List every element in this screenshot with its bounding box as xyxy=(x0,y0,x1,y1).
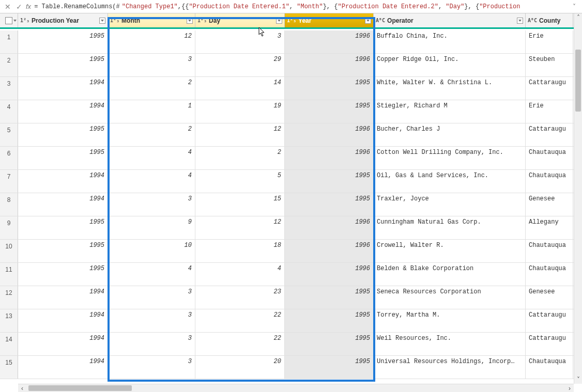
vertical-scrollbar[interactable]: ˄ ˅ xyxy=(574,13,582,384)
cell-county[interactable]: Genesee xyxy=(526,193,573,216)
table-row[interactable]: 10199510181996Crowell, Walter R.Chautauq… xyxy=(0,240,574,263)
cell-production-year[interactable]: 1994 xyxy=(18,333,108,355)
row-number[interactable]: 11 xyxy=(0,263,18,286)
cell-production-year[interactable]: 1994 xyxy=(18,77,108,100)
cell-production-year[interactable]: 1994 xyxy=(18,309,108,332)
cell-year[interactable]: 1995 xyxy=(285,309,374,332)
cell-month[interactable]: 3 xyxy=(108,54,195,76)
cell-month[interactable]: 3 xyxy=(108,356,195,379)
filter-dropdown-icon[interactable] xyxy=(187,18,193,24)
cell-production-year[interactable]: 1994 xyxy=(18,100,108,123)
cell-month[interactable]: 3 xyxy=(108,193,195,216)
cell-day[interactable]: 4 xyxy=(195,263,285,286)
cell-day[interactable]: 3 xyxy=(195,30,285,53)
row-number[interactable]: 8 xyxy=(0,193,18,216)
cell-operator[interactable]: Seneca Resources Corporation xyxy=(374,286,526,309)
cell-day[interactable]: 18 xyxy=(195,240,285,262)
cell-operator[interactable]: Stiegler, Richard M xyxy=(374,100,526,123)
row-number[interactable]: 3 xyxy=(0,77,18,100)
column-header-county[interactable]: AᴮC County xyxy=(526,13,573,27)
cell-year[interactable]: 1995 xyxy=(285,286,374,309)
cell-year[interactable]: 1996 xyxy=(285,54,374,76)
cell-production-year[interactable]: 1995 xyxy=(18,147,108,169)
cell-operator[interactable]: Oil, Gas & Land Services, Inc. xyxy=(374,170,526,193)
cell-month[interactable]: 3 xyxy=(108,286,195,309)
cell-day[interactable]: 5 xyxy=(195,170,285,193)
accept-formula-button[interactable]: ✓ xyxy=(13,1,25,12)
cell-production-year[interactable]: 1995 xyxy=(18,30,108,53)
cell-operator[interactable]: Cunningham Natural Gas Corp. xyxy=(374,216,526,239)
cell-county[interactable]: Cattaraugu xyxy=(526,77,573,100)
table-row[interactable]: 919959121996Cunningham Natural Gas Corp.… xyxy=(0,216,574,240)
cell-operator[interactable]: Torrey, Martha M. xyxy=(374,309,526,332)
cell-operator[interactable]: Traxler, Joyce xyxy=(374,193,526,216)
horizontal-scrollbar[interactable]: ‹ › xyxy=(18,384,574,392)
cell-year[interactable]: 1996 xyxy=(285,263,374,286)
cell-county[interactable]: Chautauqua xyxy=(526,147,573,169)
cell-county[interactable]: Steuben xyxy=(526,54,573,76)
formula-input[interactable]: = Table.RenameColumns(#"Changed Type1",{… xyxy=(34,3,569,10)
cell-operator[interactable]: Cotton Well Drilling Company, Inc. xyxy=(374,147,526,169)
row-number[interactable]: 1 xyxy=(0,30,18,53)
cell-county[interactable]: Allegany xyxy=(526,216,573,239)
cell-county[interactable]: Genesee xyxy=(526,286,573,309)
table-row[interactable]: 519952121996Bucher, Charles JCattaraugu xyxy=(0,123,574,147)
row-number[interactable]: 4 xyxy=(0,100,18,123)
scroll-down-icon[interactable]: ˅ xyxy=(574,375,582,384)
table-row[interactable]: 119951231996Buffalo China, Inc.Erie xyxy=(0,30,574,54)
row-number[interactable]: 10 xyxy=(0,240,18,262)
cell-county[interactable]: Erie xyxy=(526,30,573,53)
cell-year[interactable]: 1996 xyxy=(285,123,374,146)
cell-operator[interactable]: Weil Resources, Inc. xyxy=(374,333,526,355)
cell-year[interactable]: 1996 xyxy=(285,216,374,239)
expand-formula-button[interactable]: ˅ xyxy=(569,1,580,12)
row-number[interactable]: 7 xyxy=(0,170,18,193)
table-corner-menu[interactable] xyxy=(0,13,18,27)
cell-month[interactable]: 2 xyxy=(108,77,195,100)
row-number[interactable]: 14 xyxy=(0,333,18,355)
cell-year[interactable]: 1996 xyxy=(285,30,374,53)
cell-county[interactable]: Chautauqua xyxy=(526,356,573,379)
cell-year[interactable]: 1995 xyxy=(285,170,374,193)
cancel-formula-button[interactable]: ✕ xyxy=(2,1,13,12)
cell-operator[interactable]: White, Walter W. & Christina L. xyxy=(374,77,526,100)
cell-county[interactable]: Cattaraugu xyxy=(526,309,573,332)
cell-production-year[interactable]: 1994 xyxy=(18,193,108,216)
table-row[interactable]: 819943151995Traxler, JoyceGenesee xyxy=(0,193,574,216)
table-row[interactable]: 319942141995White, Walter W. & Christina… xyxy=(0,77,574,100)
cell-day[interactable]: 12 xyxy=(195,216,285,239)
cell-year[interactable]: 1995 xyxy=(285,100,374,123)
cell-month[interactable]: 1 xyxy=(108,100,195,123)
cell-operator[interactable]: Copper Ridge Oil, Inc. xyxy=(374,54,526,76)
cell-year[interactable]: 1996 xyxy=(285,240,374,262)
column-header-month[interactable]: 1²₃ Month xyxy=(108,13,195,27)
column-header-year[interactable]: 1²₃ Year xyxy=(285,13,374,27)
cell-operator[interactable]: Buffalo China, Inc. xyxy=(374,30,526,53)
cell-month[interactable]: 12 xyxy=(108,30,195,53)
cell-operator[interactable]: Belden & Blake Corporation xyxy=(374,263,526,286)
cell-county[interactable]: Chautauqua xyxy=(526,240,573,262)
row-number[interactable]: 6 xyxy=(0,147,18,169)
scroll-up-icon[interactable]: ˄ xyxy=(574,13,582,22)
cell-day[interactable]: 2 xyxy=(195,147,285,169)
cell-day[interactable]: 29 xyxy=(195,54,285,76)
cell-production-year[interactable]: 1994 xyxy=(18,286,108,309)
table-row[interactable]: 1419943221995Weil Resources, Inc.Cattara… xyxy=(0,333,574,356)
row-number[interactable]: 12 xyxy=(0,286,18,309)
table-row[interactable]: 111995441996Belden & Blake CorporationCh… xyxy=(0,263,574,286)
cell-production-year[interactable]: 1995 xyxy=(18,216,108,239)
filter-dropdown-icon[interactable] xyxy=(365,18,371,24)
table-row[interactable]: 71994451995Oil, Gas & Land Services, Inc… xyxy=(0,170,574,193)
cell-month[interactable]: 4 xyxy=(108,170,195,193)
cell-operator[interactable]: Bucher, Charles J xyxy=(374,123,526,146)
cell-production-year[interactable]: 1995 xyxy=(18,54,108,76)
cell-production-year[interactable]: 1995 xyxy=(18,240,108,262)
cell-operator[interactable]: Universal Resources Holdings, Incorp… xyxy=(374,356,526,379)
column-header-operator[interactable]: AᴮC Operator xyxy=(374,13,526,27)
cell-month[interactable]: 3 xyxy=(108,309,195,332)
cell-day[interactable]: 12 xyxy=(195,123,285,146)
filter-dropdown-icon[interactable] xyxy=(517,18,523,24)
column-header-production-year[interactable]: 1²₃ Production Year xyxy=(18,13,108,27)
cell-month[interactable]: 4 xyxy=(108,263,195,286)
cell-county[interactable]: Cattaraugu xyxy=(526,333,573,355)
